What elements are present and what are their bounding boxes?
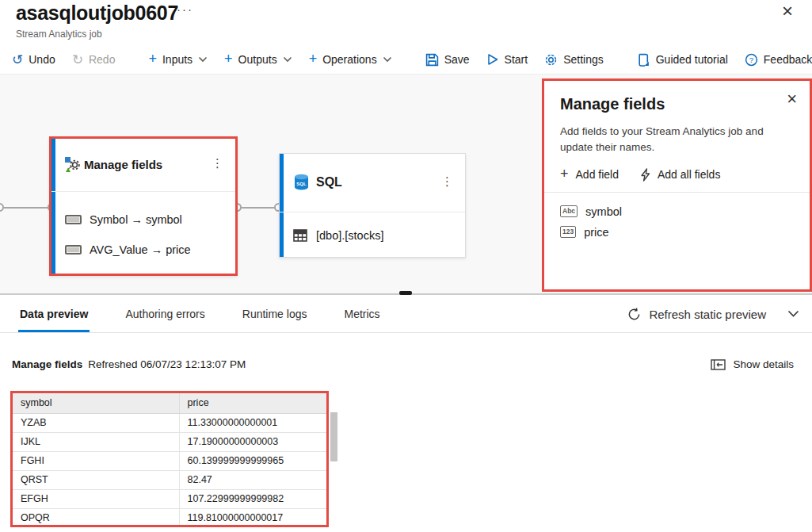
add-field-label: Add field <box>576 168 619 181</box>
tab-metrics[interactable]: Metrics <box>344 295 379 332</box>
table-scrollbar-thumb[interactable] <box>330 412 337 461</box>
field-name: price <box>584 226 608 239</box>
chevron-down-icon <box>283 56 292 63</box>
sql-database-icon: SQL <box>292 173 311 192</box>
show-details-icon <box>711 359 726 370</box>
manage-fields-icon <box>64 156 82 174</box>
feedback-button[interactable]: ? Feedback <box>745 53 812 67</box>
toolbar: ↺ Undo ↺ Redo + Inputs + Outputs + Opera… <box>0 45 812 75</box>
tab-runtime-logs[interactable]: Runtime logs <box>242 295 307 332</box>
table-row: YZAB 11.33000000000001 <box>13 413 326 432</box>
settings-label: Settings <box>563 53 604 66</box>
field-row-price[interactable]: 123 price <box>560 222 794 243</box>
guided-tutorial-label: Guided tutorial <box>656 53 728 66</box>
guided-tutorial-button[interactable]: Guided tutorial <box>637 53 728 67</box>
help-icon: ? <box>745 53 758 67</box>
add-all-fields-button[interactable]: Add all fields <box>640 168 720 182</box>
panel-actions: + Add field Add all fields <box>560 168 794 182</box>
kebab-menu-icon[interactable]: ⋮ <box>441 174 453 189</box>
outputs-dropdown[interactable]: + Outputs <box>224 53 292 66</box>
table-row: IJKL 17.19000000000003 <box>13 432 326 451</box>
plus-icon: + <box>148 52 157 66</box>
outputs-label: Outputs <box>238 53 277 66</box>
inputs-dropdown[interactable]: + Inputs <box>148 53 208 66</box>
cell-price: 17.19000000000003 <box>179 432 326 451</box>
status-node-name: Manage fields <box>12 358 82 370</box>
cell-price: 60.139999999999965 <box>179 451 326 470</box>
operations-dropdown[interactable]: + Operations <box>309 53 392 66</box>
refresh-static-preview-button[interactable]: Refresh static preview <box>627 295 799 333</box>
column-header-symbol: symbol <box>13 393 179 413</box>
operations-label: Operations <box>322 53 376 66</box>
field-mapping-row[interactable]: AVG_Value → price <box>65 239 191 260</box>
gear-icon <box>544 53 558 67</box>
panel-title: Manage fields <box>560 95 794 113</box>
refresh-label: Refresh static preview <box>649 308 766 321</box>
field-name: symbol <box>585 205 622 218</box>
save-icon <box>425 53 439 67</box>
start-button[interactable]: Start <box>486 53 528 66</box>
add-field-button[interactable]: + Add field <box>560 168 619 181</box>
close-icon[interactable]: × <box>782 2 793 21</box>
more-actions-icon[interactable]: ··· <box>177 2 193 16</box>
plus-icon: + <box>560 166 569 181</box>
panel-description: Add fields to your Stream Analytics job … <box>560 124 794 156</box>
tutorial-icon <box>637 53 650 67</box>
field-mapping-row[interactable]: Symbol → symbol <box>65 209 182 230</box>
table-row: EFGH 107.22999999999982 <box>13 489 326 508</box>
connector-line <box>0 207 49 209</box>
bottom-panel: Data preview Authoring errors Runtime lo… <box>0 295 812 532</box>
manage-fields-panel: Manage fields × Add fields to your Strea… <box>542 78 812 292</box>
field-mapping-label: Symbol → symbol <box>90 213 182 226</box>
status-refreshed-text: Refreshed 06/07/23 12:13:07 PM <box>88 358 246 370</box>
preview-status: Manage fields Refreshed 06/07/23 12:13:0… <box>12 358 246 370</box>
field-mapping-label: AVG_Value → price <box>90 243 191 256</box>
page-header: asasqloutjob0607 ··· × Stream Analytics … <box>0 0 812 45</box>
node-title: Manage fields <box>84 158 162 171</box>
plus-icon: + <box>224 52 233 66</box>
column-header-price: price <box>179 393 326 413</box>
node-title: SQL <box>316 175 342 189</box>
page-title: asasqloutjob0607 <box>16 2 178 25</box>
table-header-row: symbol price <box>13 393 326 413</box>
svg-text:SQL: SQL <box>296 182 307 186</box>
undo-label: Undo <box>29 53 55 66</box>
tab-data-preview[interactable]: Data preview <box>20 295 88 332</box>
number-type-icon: 123 <box>560 226 576 238</box>
settings-button[interactable]: Settings <box>544 53 604 67</box>
tab-bar: Data preview Authoring errors Runtime lo… <box>0 295 812 333</box>
undo-button[interactable]: ↺ Undo <box>12 53 55 67</box>
field-icon <box>65 245 82 255</box>
cell-price: 107.22999999999982 <box>179 489 326 508</box>
data-preview-table: symbol price YZAB 11.33000000000001 IJKL… <box>10 391 329 527</box>
tab-authoring-errors[interactable]: Authoring errors <box>125 295 204 332</box>
field-icon <box>65 215 82 224</box>
field-row-symbol[interactable]: Abc symbol <box>560 201 794 222</box>
sql-output-node[interactable]: SQL SQL ⋮ [dbo].[stocks] <box>279 153 466 258</box>
show-details-button[interactable]: Show details <box>711 358 794 370</box>
refresh-icon <box>627 308 641 321</box>
kebab-menu-icon[interactable]: ⋮ <box>212 156 223 170</box>
manage-fields-node[interactable]: Manage fields ⋮ Symbol → symbol AVG_Valu… <box>49 136 238 276</box>
collapse-chevron-icon[interactable] <box>787 310 799 318</box>
sql-table-label: [dbo].[stocks] <box>316 229 383 242</box>
cell-symbol: FGHI <box>13 451 179 470</box>
field-list: Abc symbol 123 price <box>560 201 794 243</box>
page-subtitle: Stream Analytics job <box>16 29 102 40</box>
diagram-canvas[interactable]: Manage fields ⋮ Symbol → symbol AVG_Valu… <box>0 75 812 294</box>
chevron-down-icon <box>198 56 208 63</box>
lightning-icon <box>640 168 650 182</box>
cell-price: 82.47 <box>179 470 326 489</box>
cell-symbol: IJKL <box>13 432 179 451</box>
panel-divider <box>544 192 810 193</box>
sql-table-row[interactable]: [dbo].[stocks] <box>293 225 383 246</box>
table-row: QRST 82.47 <box>13 470 326 489</box>
show-details-label: Show details <box>733 358 794 370</box>
redo-button[interactable]: ↺ Redo <box>72 53 116 67</box>
feedback-label: Feedback <box>764 53 812 66</box>
input-port[interactable] <box>0 203 4 212</box>
save-button[interactable]: Save <box>425 53 470 67</box>
string-type-icon: Abc <box>560 205 578 217</box>
cell-symbol: EFGH <box>13 489 179 508</box>
close-icon[interactable]: × <box>787 90 797 108</box>
